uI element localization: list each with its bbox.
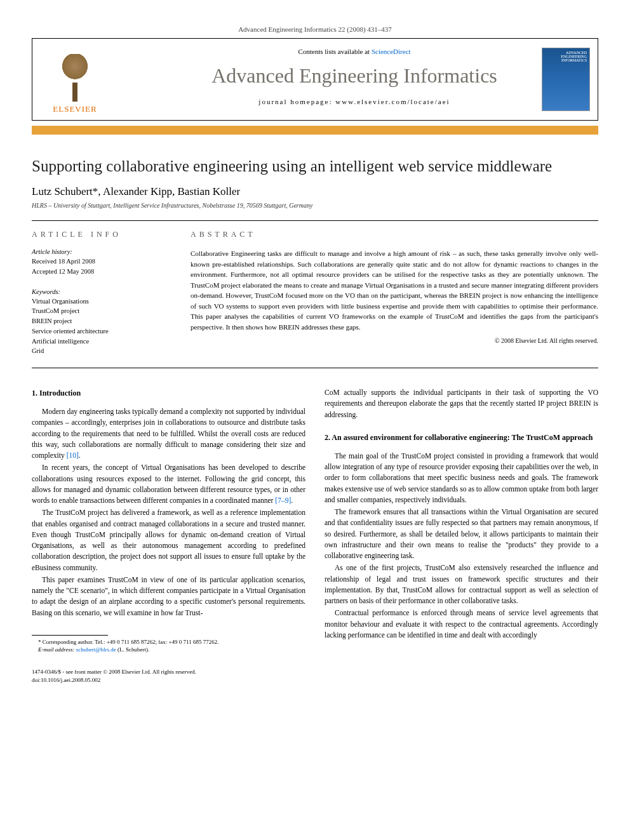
doi-line: doi:10.1016/j.aei.2008.05.002 xyxy=(32,676,305,684)
body-paragraph: In recent years, the concept of Virtual … xyxy=(32,462,305,506)
article-title: Supporting collaborative engineering usi… xyxy=(32,157,598,175)
citation-header: Advanced Engineering Informatics 22 (200… xyxy=(32,25,598,33)
bottom-metadata: 1474-0346/$ - see front matter © 2008 El… xyxy=(32,668,305,684)
email-suffix: (L. Schubert). xyxy=(116,646,149,653)
article-info-heading: ARTICLE INFO xyxy=(32,230,171,239)
corresponding-author-footnote: * Corresponding author. Tel.: +49 0 711 … xyxy=(32,638,305,646)
info-abstract-row: ARTICLE INFO Article history: Received 1… xyxy=(32,221,598,368)
abstract-heading: ABSTRACT xyxy=(191,230,598,239)
journal-homepage-line: journal homepage: www.elsevier.com/locat… xyxy=(121,98,587,105)
section-2-heading: 2. An assured environment for collaborat… xyxy=(325,432,598,443)
divider xyxy=(32,368,598,368)
keyword: Virtual Organisations xyxy=(32,297,171,307)
homepage-url[interactable]: www.elsevier.com/locate/aei xyxy=(335,98,450,105)
body-paragraph: Modern day engineering tasks typically d… xyxy=(32,406,305,461)
issn-line: 1474-0346/$ - see front matter © 2008 El… xyxy=(32,668,305,676)
affiliation-line: HLRS – University of Stuttgart, Intellig… xyxy=(32,202,598,209)
received-date: Received 18 April 2008 xyxy=(32,257,171,267)
email-label: E-mail address: xyxy=(38,646,76,653)
body-paragraph: The main goal of the TrustCoM project co… xyxy=(325,451,598,505)
abstract-text: Collaborative Engineering tasks are diff… xyxy=(191,248,598,332)
publisher-name: ELSEVIER xyxy=(53,104,97,114)
keyword: Grid xyxy=(32,346,171,356)
body-paragraph-continuation: CoM actually supports the individual par… xyxy=(325,387,598,420)
keyword: TrustCoM project xyxy=(32,306,171,316)
section-1-heading: 1. Introduction xyxy=(32,387,305,399)
body-paragraph: The TrustCoM project has delivered a fra… xyxy=(32,507,305,573)
keyword: BREIN project xyxy=(32,316,171,326)
body-paragraph: The framework ensures that all transacti… xyxy=(325,507,598,561)
keyword: Artificial intelligence xyxy=(32,337,171,347)
body-paragraph: This paper examines TrustCoM in view of … xyxy=(32,575,305,618)
sciencedirect-link[interactable]: ScienceDirect xyxy=(372,48,411,55)
body-paragraph: Contractual performance is enforced thro… xyxy=(325,608,598,641)
article-info-column: ARTICLE INFO Article history: Received 1… xyxy=(32,230,171,356)
body-paragraph: As one of the first projects, TrustCoM a… xyxy=(325,563,598,606)
orange-divider-bar xyxy=(32,126,598,135)
journal-cover-thumbnail: ADVANCED ENGINEERING INFORMATICS xyxy=(542,48,590,111)
abstract-column: ABSTRACT Collaborative Engineering tasks… xyxy=(191,230,598,356)
reference-link[interactable]: [10] xyxy=(67,451,79,459)
contents-available-line: Contents lists available at ScienceDirec… xyxy=(121,48,587,55)
keywords-label: Keywords: xyxy=(32,288,171,295)
abstract-copyright: © 2008 Elsevier Ltd. All rights reserved… xyxy=(191,337,598,344)
journal-header-box: ELSEVIER Contents lists available at Sci… xyxy=(32,38,598,121)
reference-link[interactable]: [7–9] xyxy=(275,497,291,504)
article-body: 1. Introduction Modern day engineering t… xyxy=(32,387,598,684)
homepage-prefix: journal homepage: xyxy=(258,98,335,105)
article-history-label: Article history: xyxy=(32,248,171,255)
email-footnote: E-mail address: schubert@hlrs.de (L. Sch… xyxy=(32,646,305,654)
accepted-date: Accepted 12 May 2008 xyxy=(32,267,171,277)
footnote-separator xyxy=(32,635,108,636)
journal-name: Advanced Engineering Informatics xyxy=(121,64,587,88)
contents-prefix: Contents lists available at xyxy=(298,48,371,55)
elsevier-logo: ELSEVIER xyxy=(40,48,110,114)
keyword: Service oriented architecture xyxy=(32,326,171,337)
elsevier-tree-icon xyxy=(53,54,97,102)
authors-line: Lutz Schubert*, Alexander Kipp, Bastian … xyxy=(32,185,598,198)
email-link[interactable]: schubert@hlrs.de xyxy=(76,646,116,653)
